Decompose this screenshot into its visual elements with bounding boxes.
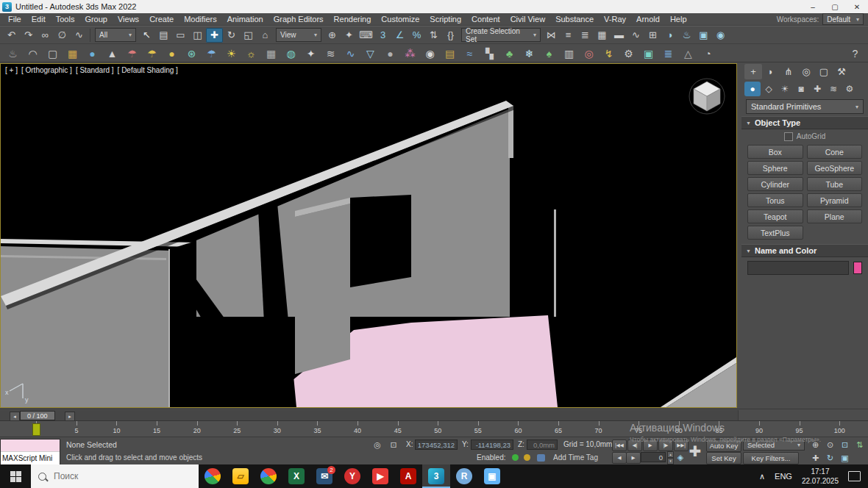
half-moon-icon[interactable]: ◔ bbox=[698, 46, 718, 61]
ruler-tick[interactable]: 60 bbox=[498, 421, 538, 434]
cone-button[interactable]: Cone bbox=[807, 145, 863, 159]
ruler-tick[interactable]: 70 bbox=[578, 421, 619, 434]
current-frame-field[interactable]: 0 bbox=[641, 452, 666, 462]
named-selection-set-dropdown[interactable]: Create Selection Set ▾ bbox=[461, 28, 541, 42]
cylinder-button[interactable]: Cylinder bbox=[747, 177, 803, 191]
ruler-tick[interactable]: 20 bbox=[177, 421, 217, 434]
tab-create-icon[interactable]: + bbox=[744, 64, 762, 79]
keyboard-override-icon[interactable]: ⌨ bbox=[357, 28, 374, 43]
ruler-tick[interactable]: 95 bbox=[779, 421, 819, 434]
checker-icon[interactable]: ▚ bbox=[480, 46, 499, 61]
named-selection-sets-icon[interactable]: {} bbox=[442, 28, 459, 43]
levels-icon[interactable]: ≋ bbox=[321, 46, 341, 61]
pyramid-button[interactable]: Pyramid bbox=[807, 193, 863, 207]
spinner-down-icon[interactable]: ▾ bbox=[667, 458, 674, 464]
percent-snap-icon[interactable]: % bbox=[408, 28, 425, 43]
next-frame-button[interactable]: |▶ bbox=[658, 439, 673, 451]
prism-icon[interactable]: △ bbox=[678, 46, 698, 61]
rectangular-selection-icon[interactable]: ▭ bbox=[172, 28, 189, 43]
yellow-disc-icon[interactable]: ● bbox=[162, 46, 182, 61]
spinner-arrows-icon[interactable]: ⇅ bbox=[853, 439, 867, 451]
viewport-pov-menu[interactable]: [ Orthographic ] bbox=[21, 66, 72, 74]
rstudio-icon[interactable]: R bbox=[450, 464, 478, 488]
select-and-move-icon[interactable]: ✚ bbox=[206, 28, 223, 43]
subtab-lights-icon[interactable]: ☀ bbox=[777, 82, 793, 96]
workspaces-dropdown[interactable]: Default ▾ bbox=[822, 13, 864, 25]
subtab-systems-icon[interactable]: ⚙ bbox=[842, 82, 858, 96]
angle-snap-icon[interactable]: ∠ bbox=[391, 28, 408, 43]
current-frame-marker[interactable] bbox=[32, 423, 40, 436]
maxscript-mini-listener[interactable]: MAXScript Mini bbox=[0, 439, 60, 465]
select-and-rotate-icon[interactable]: ↻ bbox=[223, 28, 240, 43]
ruler-tick[interactable]: 45 bbox=[377, 421, 418, 434]
zoom-all-icon[interactable]: ⊙ bbox=[823, 439, 837, 451]
menu-item[interactable]: Graph Editors bbox=[268, 15, 329, 24]
umbrella-yellow-icon[interactable]: ☂ bbox=[142, 46, 162, 61]
menu-item[interactable]: Modifiers bbox=[179, 15, 222, 24]
ruler-tick[interactable]: 50 bbox=[418, 421, 458, 434]
ruler-tick[interactable]: 35 bbox=[297, 421, 338, 434]
align-icon[interactable]: ≡ bbox=[560, 28, 577, 43]
add-time-tag[interactable]: Add Time Tag bbox=[553, 453, 598, 462]
yandex-browser-icon[interactable]: Y bbox=[338, 464, 366, 488]
start-button[interactable] bbox=[0, 464, 31, 488]
isolate-selection-icon[interactable]: ◎ bbox=[371, 439, 384, 451]
z-coordinate-field[interactable]: 0,0mm bbox=[527, 439, 558, 450]
unlink-selection-icon[interactable]: ∅ bbox=[54, 28, 71, 43]
ruler-tick[interactable]: 15 bbox=[137, 421, 177, 434]
menu-item[interactable]: Animation bbox=[222, 15, 268, 24]
spade-tree-icon[interactable]: ♠ bbox=[539, 46, 559, 61]
object-type-rollout-header[interactable]: ▼ Object Type bbox=[741, 116, 868, 129]
track-bar[interactable]: 0510152025303540455055606570758085909510… bbox=[0, 420, 868, 438]
time-slider-track[interactable]: ◄ 0 / 100 ► bbox=[0, 410, 739, 420]
file-explorer-icon[interactable]: ▱ bbox=[227, 464, 255, 488]
sphere-button[interactable]: Sphere bbox=[747, 161, 803, 175]
viewport-general-menu[interactable]: [ + ] bbox=[5, 66, 18, 74]
action-center-icon[interactable] bbox=[848, 471, 861, 481]
menu-item[interactable]: Rendering bbox=[329, 15, 377, 24]
eye-icon[interactable]: ◉ bbox=[420, 46, 440, 61]
gray-grid-icon[interactable]: ▦ bbox=[261, 46, 281, 61]
menu-item[interactable]: Customize bbox=[376, 15, 424, 24]
previous-frame-button[interactable]: ◀| bbox=[627, 439, 642, 451]
time-tag-led-green-icon[interactable] bbox=[512, 454, 519, 461]
menu-item[interactable]: Arnold bbox=[631, 15, 665, 24]
clock[interactable]: 17:17 22.07.2025 bbox=[802, 467, 839, 486]
droplet-icon[interactable]: ▽ bbox=[360, 46, 380, 61]
window-crossing-icon[interactable]: ◫ bbox=[189, 28, 206, 43]
auto-key-button[interactable]: Auto Key bbox=[706, 439, 741, 452]
sun-rays-icon[interactable]: ☼ bbox=[241, 46, 261, 61]
use-pivot-center-icon[interactable]: ⊕ bbox=[324, 28, 341, 43]
frame-icon[interactable]: ▢ bbox=[43, 46, 63, 61]
render-setup-icon[interactable]: ♨ bbox=[678, 28, 695, 43]
zoom-extents-icon[interactable]: ⊡ bbox=[838, 439, 852, 451]
menu-item[interactable]: Civil View bbox=[505, 15, 550, 24]
excel-icon[interactable]: X bbox=[282, 464, 310, 488]
teal-sphere-icon[interactable]: ◍ bbox=[281, 46, 301, 61]
ruler-tick[interactable]: 75 bbox=[619, 421, 659, 434]
menu-item[interactable]: V-Ray bbox=[599, 15, 631, 24]
redo-icon[interactable]: ↷ bbox=[20, 28, 37, 43]
name-color-rollout-header[interactable]: ▼ Name and Color bbox=[741, 244, 868, 257]
go-to-end-button[interactable]: ▶▶| bbox=[674, 439, 689, 451]
maximize-button[interactable]: ▢ bbox=[824, 0, 846, 13]
tube-button[interactable]: Tube bbox=[807, 177, 863, 191]
ruler-tick[interactable]: 85 bbox=[699, 421, 739, 434]
geosphere-button[interactable]: GeoSphere bbox=[807, 161, 863, 175]
tray-chevron-icon[interactable]: ∧ bbox=[759, 472, 765, 481]
minimize-button[interactable]: – bbox=[802, 0, 824, 13]
ruler-tick[interactable]: 55 bbox=[458, 421, 499, 434]
atom-icon[interactable]: ⊛ bbox=[182, 46, 202, 61]
key-step-forward-button[interactable]: ▶ bbox=[626, 452, 641, 464]
waterfall-icon[interactable]: ∿ bbox=[341, 46, 360, 61]
select-and-scale-icon[interactable]: ◱ bbox=[240, 28, 257, 43]
play-button[interactable]: ▶ bbox=[643, 439, 658, 451]
selection-lock-icon[interactable]: ⊡ bbox=[387, 439, 400, 451]
menu-item[interactable]: File bbox=[3, 15, 26, 24]
3dsmax-icon[interactable]: 3 bbox=[422, 464, 450, 488]
go-to-start-button[interactable]: |◀◀ bbox=[612, 439, 627, 451]
pan-icon[interactable]: ✚ bbox=[808, 452, 822, 464]
torus-button[interactable]: Torus bbox=[747, 193, 803, 207]
tab-utilities-icon[interactable]: ⚒ bbox=[833, 64, 850, 79]
bind-to-space-warp-icon[interactable]: ∿ bbox=[71, 28, 88, 43]
